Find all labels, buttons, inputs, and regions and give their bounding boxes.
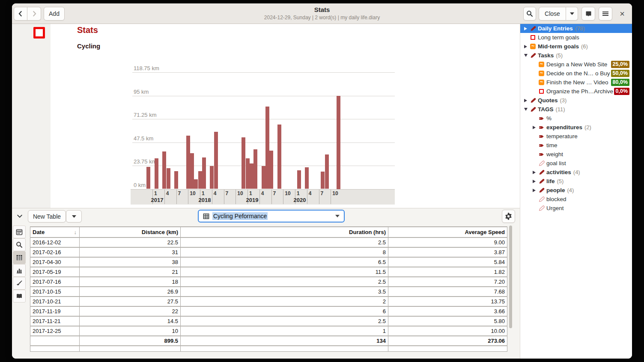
cell-date[interactable]: 2017-05-19 xyxy=(30,267,80,277)
cell-value[interactable]: 18 xyxy=(80,277,181,287)
column-header-date[interactable]: Date↓ xyxy=(30,227,80,237)
new-table-button[interactable]: New Table xyxy=(28,210,66,223)
search-tool-button[interactable] xyxy=(13,238,26,251)
sidebar-item-time[interactable]: time xyxy=(520,141,632,150)
sidebar-item-mid-term-goals[interactable]: ~Mid-term goals(6) xyxy=(520,42,632,51)
table-row[interactable]: 2017-10-1526.93.57.68 xyxy=(30,287,507,297)
table-vertical-scrollbar[interactable] xyxy=(509,226,512,328)
diary-tool-button[interactable] xyxy=(13,290,26,303)
table-row[interactable]: 2017-10-2127.5213.75 xyxy=(30,297,507,306)
cell-date[interactable]: 2017-12-25 xyxy=(30,326,80,336)
cell-value[interactable]: 5.84 xyxy=(388,257,507,267)
forward-button[interactable] xyxy=(27,7,41,21)
cell-date[interactable]: 2017-02-16 xyxy=(30,247,80,257)
cell-date[interactable]: 2016-12-02 xyxy=(30,237,80,247)
cell-value[interactable]: 2 xyxy=(181,297,388,306)
column-header-average-speed[interactable]: Average Speed xyxy=(388,227,507,237)
bookmarks-button[interactable] xyxy=(581,7,595,21)
new-table-menu-button[interactable] xyxy=(66,210,82,223)
cell-value[interactable]: 11.5 xyxy=(181,267,388,277)
sidebar-item-temperature[interactable]: temperature xyxy=(520,132,632,141)
sidebar-item-tasks[interactable]: Tasks(5) xyxy=(520,51,632,60)
sidebar-item-blocked[interactable]: blocked xyxy=(520,195,632,204)
cell-value[interactable]: 1.82 xyxy=(388,267,507,277)
expand-arrow-icon[interactable] xyxy=(531,189,538,192)
tables-tool-button[interactable] xyxy=(13,251,26,264)
cell-value[interactable]: 9.00 xyxy=(388,237,507,247)
cell-value[interactable]: 2.5 xyxy=(181,277,388,287)
cell-value[interactable]: 3.5 xyxy=(181,287,388,297)
cell-value[interactable]: 21 xyxy=(80,267,181,277)
sidebar-item-quotes[interactable]: Quotes(3) xyxy=(520,96,632,105)
collapse-arrow-icon[interactable] xyxy=(522,54,529,57)
table-settings-button[interactable] xyxy=(502,210,515,223)
expand-arrow-icon[interactable] xyxy=(522,45,529,48)
back-button[interactable] xyxy=(14,7,27,21)
calendar-tool-button[interactable] xyxy=(13,226,26,238)
sidebar-item-life[interactable]: life(5) xyxy=(520,177,632,186)
column-header-duration-hrs[interactable]: Duration (hrs) xyxy=(181,227,388,237)
column-header-distance-km[interactable]: Distance (km) xyxy=(80,227,181,237)
cell-value[interactable]: 38 xyxy=(80,257,181,267)
table-selector-combobox[interactable]: Cycling Peformance xyxy=(198,210,345,223)
cell-value[interactable]: 6 xyxy=(181,306,388,316)
expand-arrow-icon[interactable] xyxy=(531,171,538,174)
cell-value[interactable]: 3.87 xyxy=(388,247,507,257)
collapse-panel-button[interactable] xyxy=(14,210,26,222)
sidebar-item-activities[interactable]: activities(4) xyxy=(520,168,632,177)
cell-value[interactable]: 2.5 xyxy=(181,237,388,247)
sidebar-item-daily-entries[interactable]: Daily Entries(78) xyxy=(520,24,632,33)
sidebar-item-tags[interactable]: TAGS(11) xyxy=(520,105,632,114)
expand-arrow-icon[interactable] xyxy=(522,99,529,102)
table-row[interactable]: 2017-12-2510110.00 xyxy=(30,326,507,336)
cell-value[interactable]: 31 xyxy=(80,247,181,257)
table-row[interactable]: 2017-07-16182.57.20 xyxy=(30,277,507,287)
cell-value[interactable]: 1 xyxy=(181,326,388,336)
table-row[interactable]: 2017-02-163183.87 xyxy=(30,247,507,257)
cell-value[interactable]: 7.68 xyxy=(388,287,507,297)
cell-value[interactable]: 5.80 xyxy=(388,316,507,326)
table-row[interactable]: 2017-11-2114.52.55.80 xyxy=(30,316,507,326)
cell-value[interactable]: 7.20 xyxy=(388,277,507,287)
theme-tool-button[interactable] xyxy=(13,277,26,290)
expand-arrow-icon[interactable] xyxy=(531,180,538,183)
cell-value[interactable]: 8 xyxy=(181,247,388,257)
expand-arrow-icon[interactable] xyxy=(522,27,529,30)
table-row[interactable]: 2016-12-0222.52.59.00 xyxy=(30,237,507,247)
add-entry-button[interactable]: Add xyxy=(44,7,65,21)
window-close-button[interactable]: × xyxy=(616,7,629,21)
cell-value[interactable]: 14.5 xyxy=(80,316,181,326)
cell-date[interactable]: 2017-07-16 xyxy=(30,277,80,287)
cell-value[interactable]: 10 xyxy=(80,326,181,336)
expand-arrow-icon[interactable] xyxy=(531,126,538,129)
entry-todo-status-icon[interactable] xyxy=(33,27,45,39)
cell-value[interactable]: 3.66 xyxy=(388,306,507,316)
cell-date[interactable]: 2017-11-19 xyxy=(30,306,80,316)
cell-value[interactable]: 22 xyxy=(80,306,181,316)
table-row[interactable]: 2017-04-30386.55.84 xyxy=(30,257,507,267)
close-diary-button[interactable]: Close xyxy=(539,7,566,21)
collapse-arrow-icon[interactable] xyxy=(522,108,529,111)
sidebar-item-goal-list[interactable]: goal list xyxy=(520,159,632,168)
sidebar-item-design-a-new-web-site[interactable]: ~Design a New Web Site25,0% xyxy=(520,60,632,69)
table-row[interactable]: 2017-05-192111.51.82 xyxy=(30,267,507,277)
cell-date[interactable]: 2017-04-30 xyxy=(30,257,80,267)
close-diary-menu-button[interactable] xyxy=(566,7,578,21)
search-button[interactable] xyxy=(523,7,536,21)
sidebar-item-item[interactable]: % xyxy=(520,114,632,123)
sidebar-item-long-term-goals[interactable]: Long term goals xyxy=(520,33,632,42)
cell-date[interactable]: 2017-11-21 xyxy=(30,316,80,326)
cell-value[interactable]: 2.5 xyxy=(181,316,388,326)
table-row[interactable]: 2017-11-192263.66 xyxy=(30,306,507,316)
sidebar-item-decide-on-the-n-o-buy[interactable]: ~Decide on the N… o Buy50,0% xyxy=(520,69,632,78)
cell-value[interactable]: 27.5 xyxy=(80,297,181,306)
cell-value[interactable]: 26.9 xyxy=(80,287,181,297)
cell-value[interactable]: 22.5 xyxy=(80,237,181,247)
charts-tool-button[interactable] xyxy=(13,264,26,277)
sidebar-item-people[interactable]: people(4) xyxy=(520,186,632,195)
cell-value[interactable]: 13.75 xyxy=(388,297,507,306)
cell-value[interactable]: 6.5 xyxy=(181,257,388,267)
sidebar-item-urgent[interactable]: Urgent xyxy=(520,204,632,213)
cell-date[interactable]: 2017-10-15 xyxy=(30,287,80,297)
sidebar-item-expenditures[interactable]: expenditures(2) xyxy=(520,123,632,132)
